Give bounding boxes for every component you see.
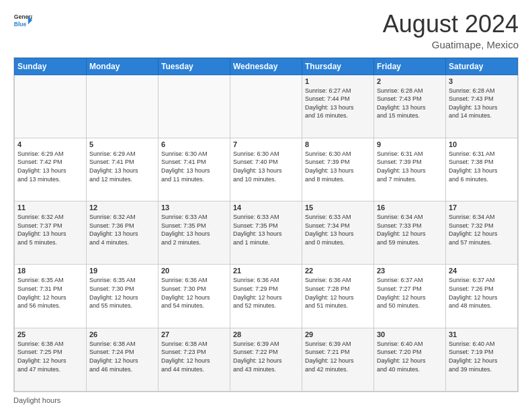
day-info: Sunrise: 6:33 AMSunset: 7:34 PMDaylight:… <box>305 213 371 246</box>
calendar-cell: 8Sunrise: 6:30 AMSunset: 7:39 PMDaylight… <box>302 138 374 201</box>
logo-icon: General Blue <box>13 11 32 30</box>
day-number: 1 <box>305 77 371 85</box>
col-friday: Friday <box>374 58 446 75</box>
subtitle: Guatimape, Mexico <box>383 39 519 50</box>
day-info: Sunrise: 6:38 AMSunset: 7:23 PMDaylight:… <box>161 340 227 373</box>
day-number: 5 <box>89 140 155 148</box>
day-number: 10 <box>449 140 515 148</box>
calendar-cell: 31Sunrise: 6:40 AMSunset: 7:19 PMDayligh… <box>446 328 518 391</box>
calendar-week-1: 1Sunrise: 6:27 AMSunset: 7:44 PMDaylight… <box>15 75 518 138</box>
calendar-cell: 4Sunrise: 6:29 AMSunset: 7:42 PMDaylight… <box>15 138 87 201</box>
day-number: 23 <box>377 267 443 275</box>
day-number: 21 <box>233 267 299 275</box>
day-number: 8 <box>305 140 371 148</box>
calendar-cell: 25Sunrise: 6:38 AMSunset: 7:25 PMDayligh… <box>15 328 87 391</box>
day-info: Sunrise: 6:31 AMSunset: 7:39 PMDaylight:… <box>377 150 443 183</box>
day-number: 7 <box>233 140 299 148</box>
day-number: 9 <box>377 140 443 148</box>
day-info: Sunrise: 6:35 AMSunset: 7:30 PMDaylight:… <box>89 276 155 310</box>
calendar-cell: 23Sunrise: 6:37 AMSunset: 7:27 PMDayligh… <box>374 265 446 328</box>
day-info: Sunrise: 6:28 AMSunset: 7:43 PMDaylight:… <box>377 87 443 120</box>
calendar-cell <box>15 75 87 138</box>
day-number: 13 <box>161 203 227 212</box>
main-title: August 2024 <box>383 11 519 38</box>
col-monday: Monday <box>87 58 159 75</box>
calendar-cell: 21Sunrise: 6:36 AMSunset: 7:29 PMDayligh… <box>230 265 302 328</box>
calendar-cell: 1Sunrise: 6:27 AMSunset: 7:44 PMDaylight… <box>302 75 374 138</box>
day-info: Sunrise: 6:40 AMSunset: 7:19 PMDaylight:… <box>449 340 515 373</box>
calendar-cell: 11Sunrise: 6:32 AMSunset: 7:37 PMDayligh… <box>15 201 87 265</box>
calendar-cell: 15Sunrise: 6:33 AMSunset: 7:34 PMDayligh… <box>302 201 374 265</box>
day-info: Sunrise: 6:36 AMSunset: 7:29 PMDaylight:… <box>233 276 299 310</box>
day-info: Sunrise: 6:30 AMSunset: 7:41 PMDaylight:… <box>161 150 227 183</box>
col-sunday: Sunday <box>15 58 87 75</box>
logo: General Blue <box>13 11 32 30</box>
day-info: Sunrise: 6:30 AMSunset: 7:39 PMDaylight:… <box>305 150 371 183</box>
day-info: Sunrise: 6:39 AMSunset: 7:22 PMDaylight:… <box>233 340 299 373</box>
day-info: Sunrise: 6:29 AMSunset: 7:41 PMDaylight:… <box>89 150 155 183</box>
calendar-cell: 3Sunrise: 6:28 AMSunset: 7:43 PMDaylight… <box>446 75 518 138</box>
col-thursday: Thursday <box>302 58 374 75</box>
day-info: Sunrise: 6:34 AMSunset: 7:33 PMDaylight:… <box>377 213 443 246</box>
day-number: 19 <box>89 267 155 275</box>
day-info: Sunrise: 6:33 AMSunset: 7:35 PMDaylight:… <box>233 213 299 246</box>
day-number: 24 <box>449 267 515 275</box>
day-info: Sunrise: 6:38 AMSunset: 7:24 PMDaylight:… <box>89 340 155 373</box>
calendar-cell: 26Sunrise: 6:38 AMSunset: 7:24 PMDayligh… <box>87 328 159 391</box>
page: General Blue August 2024 Guatimape, Mexi… <box>0 0 532 411</box>
day-number: 28 <box>233 330 299 338</box>
calendar-week-2: 4Sunrise: 6:29 AMSunset: 7:42 PMDaylight… <box>15 138 518 201</box>
calendar-cell <box>230 75 302 138</box>
day-info: Sunrise: 6:37 AMSunset: 7:27 PMDaylight:… <box>377 276 443 310</box>
col-tuesday: Tuesday <box>159 58 230 75</box>
day-number: 31 <box>449 330 515 338</box>
calendar-cell: 9Sunrise: 6:31 AMSunset: 7:39 PMDaylight… <box>374 138 446 201</box>
day-info: Sunrise: 6:34 AMSunset: 7:32 PMDaylight:… <box>449 213 515 246</box>
day-number: 30 <box>377 330 443 338</box>
day-info: Sunrise: 6:40 AMSunset: 7:20 PMDaylight:… <box>377 340 443 373</box>
day-number: 25 <box>17 330 83 338</box>
day-info: Sunrise: 6:39 AMSunset: 7:21 PMDaylight:… <box>305 340 371 373</box>
day-info: Sunrise: 6:35 AMSunset: 7:31 PMDaylight:… <box>17 276 83 310</box>
day-number: 6 <box>161 140 227 148</box>
day-number: 11 <box>17 203 83 212</box>
day-info: Sunrise: 6:29 AMSunset: 7:42 PMDaylight:… <box>17 150 83 183</box>
day-info: Sunrise: 6:36 AMSunset: 7:28 PMDaylight:… <box>305 276 371 310</box>
day-info: Sunrise: 6:28 AMSunset: 7:43 PMDaylight:… <box>449 87 515 120</box>
col-saturday: Saturday <box>446 58 518 75</box>
calendar-cell: 19Sunrise: 6:35 AMSunset: 7:30 PMDayligh… <box>87 265 159 328</box>
day-number: 2 <box>377 77 443 85</box>
calendar-week-4: 18Sunrise: 6:35 AMSunset: 7:31 PMDayligh… <box>15 265 518 328</box>
calendar-header-row: Sunday Monday Tuesday Wednesday Thursday… <box>15 58 518 75</box>
col-wednesday: Wednesday <box>230 58 302 75</box>
day-number: 27 <box>161 330 227 338</box>
title-block: August 2024 Guatimape, Mexico <box>383 11 519 50</box>
calendar-cell <box>159 75 230 138</box>
calendar-cell: 13Sunrise: 6:33 AMSunset: 7:35 PMDayligh… <box>159 201 230 265</box>
calendar-cell: 17Sunrise: 6:34 AMSunset: 7:32 PMDayligh… <box>446 201 518 265</box>
day-number: 17 <box>449 203 515 212</box>
day-info: Sunrise: 6:30 AMSunset: 7:40 PMDaylight:… <box>233 150 299 183</box>
header: General Blue August 2024 Guatimape, Mexi… <box>13 11 519 50</box>
calendar-cell: 6Sunrise: 6:30 AMSunset: 7:41 PMDaylight… <box>159 138 230 201</box>
calendar-cell: 20Sunrise: 6:36 AMSunset: 7:30 PMDayligh… <box>159 265 230 328</box>
calendar-cell: 29Sunrise: 6:39 AMSunset: 7:21 PMDayligh… <box>302 328 374 391</box>
day-info: Sunrise: 6:36 AMSunset: 7:30 PMDaylight:… <box>161 276 227 310</box>
calendar-cell: 22Sunrise: 6:36 AMSunset: 7:28 PMDayligh… <box>302 265 374 328</box>
day-info: Sunrise: 6:32 AMSunset: 7:37 PMDaylight:… <box>17 213 83 246</box>
calendar-cell: 30Sunrise: 6:40 AMSunset: 7:20 PMDayligh… <box>374 328 446 391</box>
day-info: Sunrise: 6:37 AMSunset: 7:26 PMDaylight:… <box>449 276 515 310</box>
calendar-week-3: 11Sunrise: 6:32 AMSunset: 7:37 PMDayligh… <box>15 201 518 265</box>
day-number: 26 <box>89 330 155 338</box>
day-number: 15 <box>305 203 371 212</box>
day-number: 29 <box>305 330 371 338</box>
day-info: Sunrise: 6:31 AMSunset: 7:38 PMDaylight:… <box>449 150 515 183</box>
day-number: 20 <box>161 267 227 275</box>
svg-text:Blue: Blue <box>14 21 27 28</box>
calendar-cell: 5Sunrise: 6:29 AMSunset: 7:41 PMDaylight… <box>87 138 159 201</box>
day-info: Sunrise: 6:33 AMSunset: 7:35 PMDaylight:… <box>161 213 227 246</box>
day-number: 4 <box>17 140 83 148</box>
day-number: 3 <box>449 77 515 85</box>
calendar-week-5: 25Sunrise: 6:38 AMSunset: 7:25 PMDayligh… <box>15 328 518 391</box>
calendar-cell: 14Sunrise: 6:33 AMSunset: 7:35 PMDayligh… <box>230 201 302 265</box>
